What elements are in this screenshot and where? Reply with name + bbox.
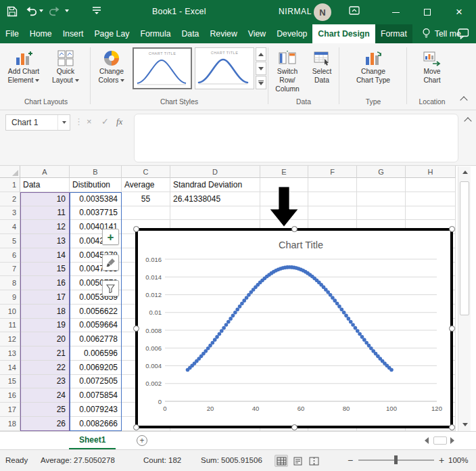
cell-G1[interactable] [357,178,406,192]
row-header-18[interactable]: 18 [0,417,20,431]
row-header-17[interactable]: 17 [0,403,20,417]
col-header-H[interactable]: H [406,166,456,178]
change-colors-button[interactable]: Change Colors [92,46,131,96]
chart-style-2-thumbnail[interactable]: CHART TITLE [195,47,254,89]
cell-A12[interactable]: 20 [20,332,70,346]
qat-customize-icon[interactable] [92,6,101,15]
cell-B11[interactable]: 0.0059664 [70,319,122,333]
row-header-11[interactable]: 11 [0,319,20,333]
chart-resize-handle[interactable] [449,326,455,332]
zoom-out-button[interactable]: − [348,455,353,466]
cell-H3[interactable] [406,206,456,221]
ribbon-display-options-icon[interactable] [349,6,360,15]
row-header-8[interactable]: 8 [0,276,20,290]
scroll-down-button[interactable] [458,419,471,430]
row-header-15[interactable]: 15 [0,375,20,389]
gallery-scroll-down-button[interactable] [256,62,266,75]
gallery-scroll-up-button[interactable] [256,47,266,61]
move-chart-button[interactable]: Move Chart [412,46,452,96]
select-all-corner[interactable] [0,166,20,178]
cell-A18[interactable]: 26 [20,417,70,431]
cell-B17[interactable]: 0.0079243 [70,403,122,417]
tab-chart-design[interactable]: Chart Design [312,24,375,43]
row-header-5[interactable]: 5 [0,234,20,248]
scroll-left-button[interactable] [425,437,429,444]
cell-C1[interactable]: Average [122,178,170,192]
select-data-button[interactable]: Select Data [306,46,337,96]
cell-C3[interactable] [122,206,170,221]
switch-row-column-button[interactable]: Switch Row/ Column [270,46,305,96]
chart-styles-button[interactable] [102,254,119,271]
tab-review[interactable]: Review [204,24,242,43]
cell-G3[interactable] [357,206,406,221]
name-box-dropdown-icon[interactable] [57,115,70,130]
cell-A13[interactable]: 21 [20,346,70,361]
cell-D3[interactable] [170,206,260,221]
cell-H1[interactable] [406,178,456,192]
collapse-ribbon-icon[interactable] [460,96,467,104]
cell-B3[interactable]: 0.0037715 [70,206,122,221]
row-header-2[interactable]: 2 [0,192,20,206]
chart-resize-handle[interactable] [291,226,298,232]
close-button[interactable]: × [444,0,474,24]
qat-dropdown-icon[interactable] [65,9,69,12]
user-name[interactable]: NIRMAL [279,7,312,16]
zoom-percentage[interactable]: 100% [448,456,468,464]
enter-icon[interactable]: ✓ [101,116,109,127]
cell-D2[interactable]: 26.41338045 [170,192,260,206]
row-header-13[interactable]: 13 [0,346,20,361]
row-header-14[interactable]: 14 [0,361,20,375]
cell-B16[interactable]: 0.0075854 [70,388,122,403]
cell-B10[interactable]: 0.0056622 [70,305,122,319]
vertical-scrollbar[interactable] [458,166,471,431]
row-header-7[interactable]: 7 [0,263,20,277]
cell-A17[interactable]: 25 [20,403,70,417]
sheet-tab-sheet1[interactable]: Sheet1 [69,432,116,449]
cell-A6[interactable]: 14 [20,248,70,263]
cell-B12[interactable]: 0.0062778 [70,332,122,346]
cell-A9[interactable]: 17 [20,290,70,305]
change-chart-type-button[interactable]: Change Chart Type [354,46,393,96]
scroll-up-button[interactable] [458,166,471,178]
cell-A15[interactable]: 23 [20,375,70,389]
cell-F1[interactable] [308,178,357,192]
cell-A5[interactable]: 13 [20,234,70,248]
new-sheet-button[interactable]: + [137,435,147,446]
cancel-icon[interactable]: × [87,116,92,127]
tab-home[interactable]: Home [24,24,57,43]
tab-file[interactable]: File [0,24,24,43]
tab-format[interactable]: Format [375,24,412,43]
cell-G2[interactable] [357,192,406,206]
tab-view[interactable]: View [243,24,271,43]
cell-A4[interactable]: 12 [20,220,70,234]
zoom-in-button[interactable]: + [439,455,444,466]
col-header-C[interactable]: C [122,166,170,178]
name-box[interactable]: Chart 1 [5,114,70,131]
collapse-formula-bar-icon[interactable] [464,117,471,125]
chart-resize-handle[interactable] [133,226,139,232]
cell-A10[interactable]: 18 [20,305,70,319]
cell-A16[interactable]: 24 [20,388,70,403]
cell-F3[interactable] [308,206,357,221]
cell-A14[interactable]: 22 [20,361,70,375]
cell-A3[interactable]: 11 [20,206,70,221]
cell-B18[interactable]: 0.0082666 [70,417,122,431]
col-header-B[interactable]: B [70,166,122,178]
minimize-button[interactable] [381,0,410,24]
formula-input[interactable] [134,114,458,162]
save-icon[interactable] [7,6,18,17]
chart-resize-handle[interactable] [291,424,298,430]
maximize-button[interactable] [412,0,442,24]
row-header-4[interactable]: 4 [0,220,20,234]
row-header-12[interactable]: 12 [0,332,20,346]
insert-function-icon[interactable]: fx [116,116,122,127]
cell-C2[interactable]: 55 [122,192,170,206]
cell-D1[interactable]: Standrad Deviation [170,178,260,192]
normal-view-button[interactable] [275,455,288,467]
chart-resize-handle[interactable] [133,424,139,430]
row-header-3[interactable]: 3 [0,206,20,221]
row-header-9[interactable]: 9 [0,290,20,305]
tab-formula[interactable]: Formula [135,24,176,43]
row-header-10[interactable]: 10 [0,305,20,319]
redo-icon[interactable] [49,6,60,16]
